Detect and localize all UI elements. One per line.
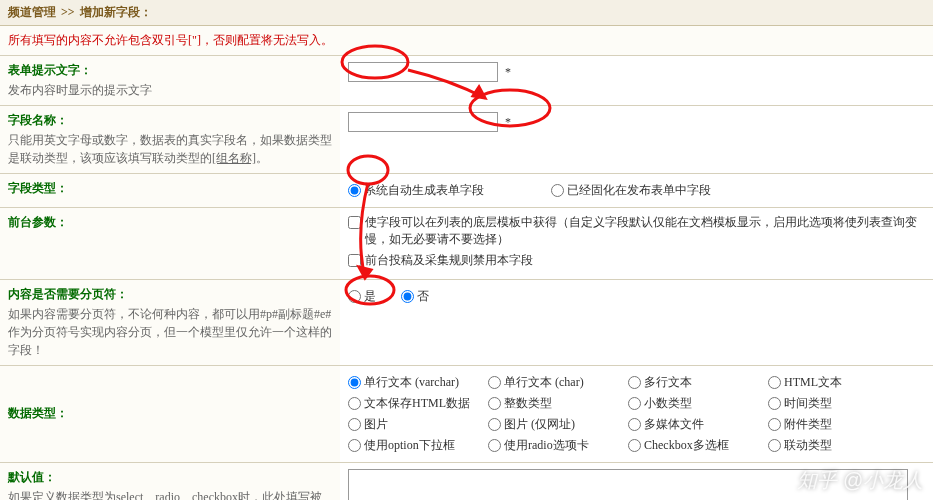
paging-radio-no[interactable] (401, 290, 414, 303)
datatype-radio-3-2[interactable] (628, 439, 641, 452)
datatype-radio-1-3[interactable] (768, 397, 781, 410)
paging-radio-yes[interactable] (348, 290, 361, 303)
datatype-radio-1-2[interactable] (628, 397, 641, 410)
fieldname-desc: 只能用英文字母或数字，数据表的真实字段名，如果数据类型是联动类型，该项应该填写联… (8, 133, 332, 165)
breadcrumb-section: 频道管理 (8, 5, 56, 19)
fieldtype-radio-fixed[interactable] (551, 184, 564, 197)
frontparam-chk-disable[interactable] (348, 254, 361, 267)
default-title: 默认值： (8, 469, 332, 486)
frontparam-chk-listable[interactable] (348, 216, 361, 229)
datatype-label-3-1: 使用radio选项卡 (504, 437, 589, 454)
datatype-radio-0-1[interactable] (488, 376, 501, 389)
datatype-label-2-0: 图片 (364, 416, 388, 433)
datatype-radio-3-3[interactable] (768, 439, 781, 452)
breadcrumb: 频道管理 >> 增加新字段： (0, 0, 933, 26)
fieldtype-title: 字段类型： (8, 180, 332, 197)
default-textarea[interactable] (348, 469, 908, 500)
datatype-radio-2-3[interactable] (768, 418, 781, 431)
datatype-radio-3-1[interactable] (488, 439, 501, 452)
datatype-label-3-2: Checkbox多选框 (644, 437, 729, 454)
datatype-label-1-3: 时间类型 (784, 395, 832, 412)
datatype-label-0-0: 单行文本 (varchar) (364, 374, 459, 391)
datatype-radio-2-1[interactable] (488, 418, 501, 431)
datatype-label-2-1: 图片 (仅网址) (504, 416, 575, 433)
paging-desc: 如果内容需要分页符，不论何种内容，都可以用#p#副标题#e#作为分页符号实现内容… (8, 307, 332, 357)
datatype-radio-0-2[interactable] (628, 376, 641, 389)
paging-label-no: 否 (417, 288, 429, 305)
datatype-label-3-0: 使用option下拉框 (364, 437, 455, 454)
datatype-radio-2-2[interactable] (628, 418, 641, 431)
warning-text: 所有填写的内容不允许包含双引号["]，否则配置将无法写入。 (0, 26, 933, 56)
datatype-label-1-0: 文本保存HTML数据 (364, 395, 470, 412)
datatype-title: 数据类型： (8, 405, 332, 422)
frontparam-label-disable: 前台投稿及采集规则禁用本字段 (365, 252, 533, 269)
prompt-input[interactable] (348, 62, 498, 82)
required-star: * (505, 65, 511, 79)
default-desc: 如果定义数据类型为select、radio、checkbox时，此处填写被选择的… (8, 490, 322, 500)
datatype-radio-2-0[interactable] (348, 418, 361, 431)
datatype-label-1-1: 整数类型 (504, 395, 552, 412)
prompt-title: 表单提示文字： (8, 62, 332, 79)
datatype-label-0-1: 单行文本 (char) (504, 374, 584, 391)
datatype-label-2-2: 多媒体文件 (644, 416, 704, 433)
breadcrumb-page: 增加新字段： (80, 5, 152, 19)
fieldname-title: 字段名称： (8, 112, 332, 129)
paging-title: 内容是否需要分页符： (8, 286, 332, 303)
paging-label-yes: 是 (364, 288, 376, 305)
datatype-radio-0-3[interactable] (768, 376, 781, 389)
datatype-radio-1-1[interactable] (488, 397, 501, 410)
datatype-label-0-2: 多行文本 (644, 374, 692, 391)
breadcrumb-sep: >> (59, 5, 77, 19)
datatype-label-3-3: 联动类型 (784, 437, 832, 454)
form-table: 表单提示文字： 发布内容时显示的提示文字 * 字段名称： 只能用英文字母或数字，… (0, 56, 933, 500)
frontparam-title: 前台参数： (8, 214, 332, 231)
datatype-radio-1-0[interactable] (348, 397, 361, 410)
fieldtype-radio-auto[interactable] (348, 184, 361, 197)
fieldtype-label-auto: 系统自动生成表单字段 (364, 182, 484, 199)
prompt-desc: 发布内容时显示的提示文字 (8, 83, 152, 97)
datatype-label-1-2: 小数类型 (644, 395, 692, 412)
datatype-radio-3-0[interactable] (348, 439, 361, 452)
datatype-radio-0-0[interactable] (348, 376, 361, 389)
fieldtype-label-fixed: 已经固化在发布表单中字段 (567, 182, 711, 199)
fieldname-input[interactable] (348, 112, 498, 132)
required-star: * (505, 115, 511, 129)
datatype-label-2-3: 附件类型 (784, 416, 832, 433)
datatype-label-0-3: HTML文本 (784, 374, 842, 391)
frontparam-label-listable: 使字段可以在列表的底层模板中获得（自定义字段默认仅能在文档模板显示，启用此选项将… (365, 214, 925, 248)
